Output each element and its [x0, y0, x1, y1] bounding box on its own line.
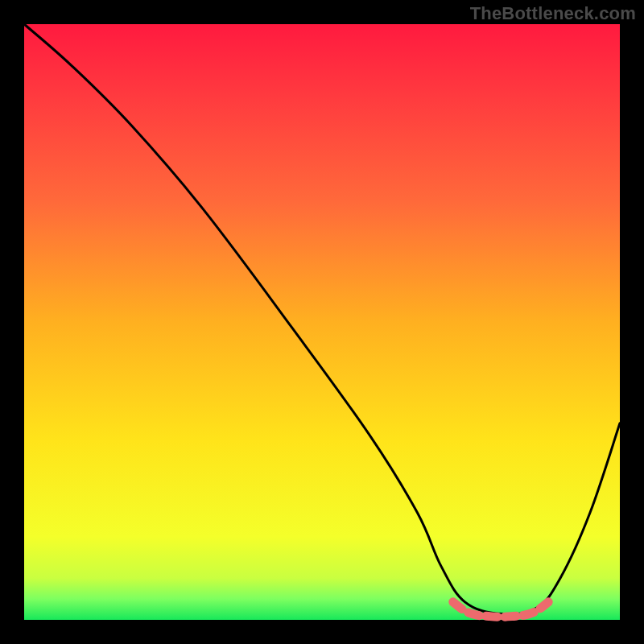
watermark-text: TheBottleneck.com: [470, 3, 636, 24]
chart-frame: TheBottleneck.com: [0, 0, 644, 644]
gradient-background: [24, 24, 620, 620]
bottleneck-chart: [0, 0, 644, 644]
